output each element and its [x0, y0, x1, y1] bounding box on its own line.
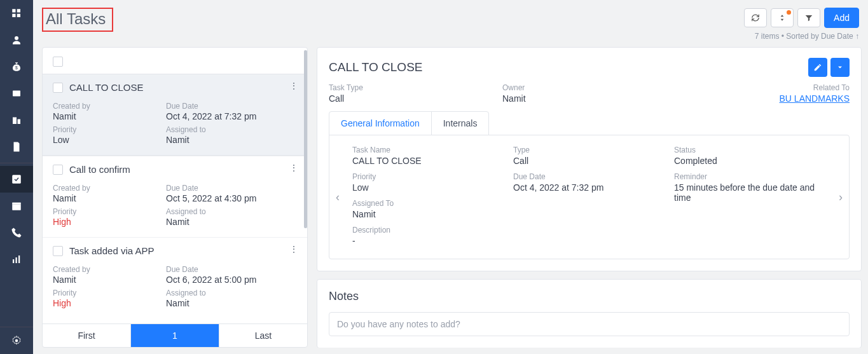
pagination: First 1 Last: [43, 323, 307, 347]
value-assigned-to: Namit: [166, 298, 279, 308]
nav-building-icon[interactable]: [0, 107, 33, 133]
nav-document-icon[interactable]: [0, 133, 33, 160]
value-assigned-to: Namit: [166, 217, 279, 227]
task-checkbox[interactable]: [53, 83, 63, 93]
label-created-by: Created by: [53, 102, 166, 111]
notes-card: Notes: [317, 279, 862, 348]
value-assigned-to: Namit: [352, 209, 500, 219]
svg-point-14: [15, 339, 18, 343]
nav-phone-icon[interactable]: [0, 219, 33, 246]
select-all-checkbox[interactable]: [53, 57, 63, 67]
sort-button[interactable]: [771, 8, 794, 27]
svg-rect-3: [17, 14, 20, 17]
value-priority: Low: [352, 182, 500, 193]
label-due-date: Due Date: [166, 265, 279, 274]
nav-tasks[interactable]: [0, 166, 33, 193]
value-created-by: Namit: [53, 275, 166, 285]
label-priority: Priority: [53, 289, 166, 297]
value-type: Call: [513, 156, 661, 166]
tab-internals[interactable]: Internals: [432, 112, 489, 135]
page-number[interactable]: 1: [131, 324, 219, 347]
label-created-by: Created by: [53, 184, 166, 193]
value-due-date: Oct 4, 2022 at 7:32 pm: [513, 182, 661, 193]
svg-rect-0: [12, 9, 15, 12]
task-card[interactable]: ⋮ Call to confirm Created by Namit Prior…: [43, 156, 307, 237]
task-card[interactable]: ⋮ CALL TO CLOSE Created by Namit Priorit…: [43, 74, 307, 156]
task-more-icon[interactable]: ⋮: [287, 244, 301, 258]
page-last[interactable]: Last: [219, 324, 307, 347]
label-due-date: Due Date: [166, 184, 279, 193]
list-scrollbar[interactable]: [304, 50, 307, 228]
value-assigned-to: Namit: [166, 135, 279, 145]
task-checkbox[interactable]: [53, 165, 63, 175]
sidebar: $: [0, 0, 33, 354]
value-due-date: Oct 5, 2022 at 4:30 pm: [166, 193, 279, 203]
value-due-date: Oct 4, 2022 at 7:32 pm: [166, 111, 279, 121]
task-card[interactable]: ⋮ Task added via APP Created by Namit Pr…: [43, 237, 307, 318]
task-checkbox[interactable]: [53, 246, 63, 256]
nav-analytics-icon[interactable]: [0, 246, 33, 273]
page-title: All Tasks: [42, 8, 113, 32]
nav-contact-card[interactable]: [0, 80, 33, 107]
link-related-to[interactable]: BU LANDMARKS: [780, 93, 850, 104]
label-priority: Priority: [352, 172, 500, 181]
svg-rect-6: [13, 91, 20, 97]
edit-button[interactable]: [808, 58, 827, 77]
detail-title: CALL TO CLOSE: [329, 60, 423, 74]
value-description: -: [352, 236, 500, 246]
nav-person[interactable]: [0, 27, 33, 53]
value-created-by: Namit: [53, 193, 166, 203]
value-due-date: Oct 6, 2022 at 5:00 pm: [166, 275, 279, 285]
notes-input[interactable]: [329, 312, 850, 336]
nav-money-bag-icon[interactable]: $: [0, 53, 33, 80]
value-owner: Namit: [502, 93, 676, 104]
label-assigned-to: Assigned to: [166, 125, 279, 134]
page-first[interactable]: First: [43, 324, 131, 347]
task-title: CALL TO CLOSE: [69, 82, 143, 93]
chevron-left-icon[interactable]: ‹: [336, 191, 340, 204]
task-list-body: ⋮ CALL TO CLOSE Created by Namit Priorit…: [43, 74, 307, 323]
label-priority: Priority: [53, 125, 166, 134]
dropdown-button[interactable]: [830, 58, 850, 77]
label-status: Status: [674, 146, 822, 154]
label-related-to: Related To: [676, 83, 850, 92]
value-created-by: Namit: [53, 111, 166, 121]
svg-rect-2: [12, 14, 15, 17]
svg-point-4: [15, 36, 18, 40]
svg-rect-1: [17, 9, 20, 12]
value-priority: High: [53, 298, 166, 308]
label-created-by: Created by: [53, 265, 166, 274]
svg-rect-13: [18, 255, 20, 263]
task-list-panel: ⋮ CALL TO CLOSE Created by Namit Priorit…: [42, 47, 308, 348]
label-task-name: Task Name: [352, 146, 500, 154]
nav-calendar-icon[interactable]: [0, 193, 33, 219]
value-priority: High: [53, 217, 166, 227]
svg-rect-12: [16, 257, 17, 263]
label-task-type: Task Type: [329, 83, 502, 92]
task-more-icon[interactable]: ⋮: [287, 163, 301, 177]
page-header: All Tasks Add 7 items • Sorted by Due Da…: [42, 0, 862, 47]
label-due-date: Due Date: [513, 172, 661, 181]
svg-rect-11: [13, 259, 14, 263]
filter-button[interactable]: [797, 8, 820, 27]
nav-dashboard[interactable]: [0, 0, 33, 27]
nav-settings-icon[interactable]: [0, 327, 33, 354]
task-detail-panel: CALL TO CLOSE Task TypeCall OwnerNamit R…: [317, 47, 862, 348]
task-title: Call to confirm: [69, 164, 130, 175]
value-task-type: Call: [329, 93, 502, 104]
svg-rect-7: [12, 175, 21, 184]
label-priority: Priority: [53, 207, 166, 216]
label-assigned-to: Assigned to: [166, 207, 279, 216]
svg-text:$: $: [15, 65, 18, 70]
value-status: Completed: [674, 156, 822, 166]
list-meta: 7 items • Sorted by Due Date ↑: [755, 32, 859, 41]
chevron-right-icon[interactable]: ›: [839, 191, 843, 204]
label-type: Type: [513, 146, 661, 154]
value-priority: Low: [53, 135, 166, 145]
tab-general[interactable]: General Information: [329, 112, 432, 135]
refresh-button[interactable]: [744, 8, 767, 27]
task-more-icon[interactable]: ⋮: [287, 81, 301, 95]
task-title: Task added via APP: [69, 245, 154, 256]
notes-title: Notes: [329, 290, 850, 303]
add-button[interactable]: Add: [824, 8, 859, 28]
